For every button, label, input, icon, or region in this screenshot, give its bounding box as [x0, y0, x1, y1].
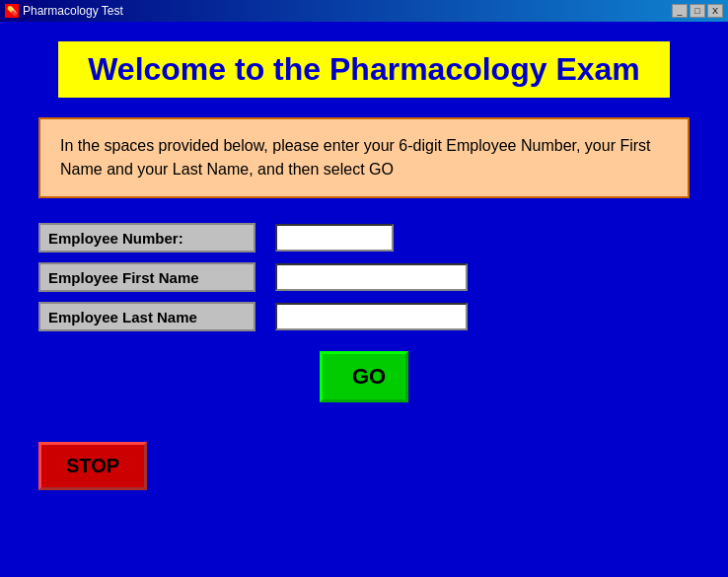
employee-number-input[interactable] — [275, 224, 394, 252]
stop-button[interactable]: STOP — [38, 442, 147, 490]
title-banner: Welcome to the Pharmacology Exam — [58, 41, 670, 98]
employee-first-name-label: Employee First Name — [38, 262, 255, 292]
buttons-row: GO — [38, 331, 690, 402]
employee-number-label: Employee Number: — [38, 223, 255, 252]
main-content: Welcome to the Pharmacology Exam In the … — [0, 22, 728, 577]
titlebar-controls[interactable]: _ □ X — [672, 4, 723, 18]
maximize-button[interactable]: □ — [690, 4, 705, 18]
titlebar-left: 💊 Pharmacology Test — [5, 4, 123, 18]
minimize-button[interactable]: _ — [672, 4, 688, 18]
window-title: Pharmacology Test — [23, 4, 123, 18]
main-title: Welcome to the Pharmacology Exam — [88, 51, 640, 87]
titlebar: 💊 Pharmacology Test _ □ X — [0, 0, 728, 22]
form-row-first-name: Employee First Name — [38, 262, 690, 292]
app-icon: 💊 — [5, 4, 19, 18]
bottom-row: STOP — [38, 412, 690, 490]
go-button[interactable]: GO — [320, 351, 408, 402]
instruction-text: In the spaces provided below, please ent… — [60, 134, 668, 181]
form-row-employee-number: Employee Number: — [38, 223, 690, 252]
close-button[interactable]: X — [707, 4, 723, 18]
employee-last-name-label: Employee Last Name — [38, 302, 255, 331]
form-row-last-name: Employee Last Name — [38, 302, 690, 331]
employee-last-name-input[interactable] — [275, 303, 468, 330]
instruction-box: In the spaces provided below, please ent… — [38, 117, 690, 198]
form-area: Employee Number: Employee First Name Emp… — [38, 223, 690, 331]
employee-first-name-input[interactable] — [275, 263, 468, 291]
